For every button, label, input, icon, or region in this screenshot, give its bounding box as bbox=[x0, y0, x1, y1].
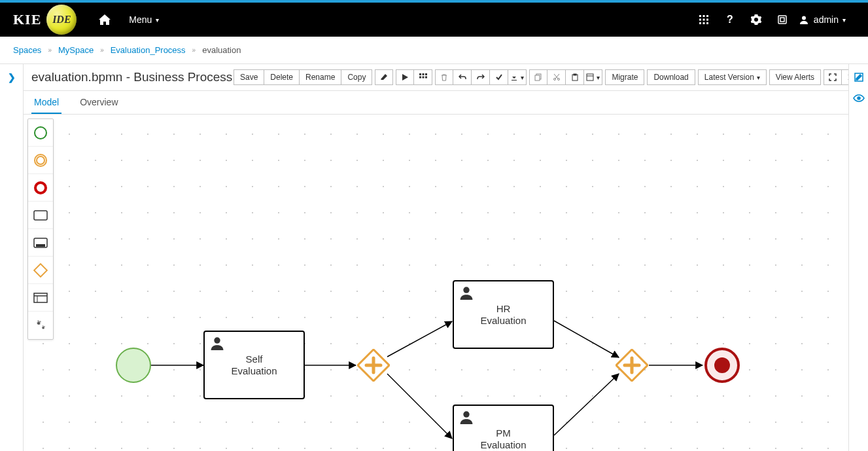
layout-button[interactable]: ▾ bbox=[584, 69, 602, 85]
parallel-gateway-join[interactable] bbox=[616, 349, 648, 382]
cut-button[interactable] bbox=[547, 69, 566, 85]
task-label: HR Evaluation bbox=[480, 303, 526, 327]
task-label: Self Evaluation bbox=[231, 353, 277, 377]
eraser-icon bbox=[380, 73, 388, 81]
svg-line-44 bbox=[554, 374, 619, 435]
start-event-node[interactable] bbox=[115, 347, 152, 384]
version-button[interactable]: Latest Version▾ bbox=[698, 69, 767, 85]
nav-menu[interactable]: Menu ▾ bbox=[120, 3, 168, 37]
gear-icon bbox=[751, 14, 761, 25]
edit-icon[interactable] bbox=[854, 72, 864, 82]
tab-model[interactable]: Model bbox=[31, 90, 61, 114]
palette-intermediate-event[interactable] bbox=[28, 147, 53, 174]
rename-button[interactable]: Rename bbox=[300, 69, 341, 85]
svg-point-11 bbox=[802, 16, 806, 20]
parallel-gateway-split[interactable] bbox=[357, 349, 390, 382]
svg-rect-3 bbox=[699, 19, 701, 21]
svg-rect-17 bbox=[425, 77, 427, 79]
palette-start-event[interactable] bbox=[28, 119, 53, 147]
project-explorer-toggle[interactable]: ❯ bbox=[0, 64, 24, 451]
svg-rect-2 bbox=[706, 15, 708, 17]
version-label: Latest Version bbox=[704, 73, 754, 82]
palette-end-event[interactable] bbox=[28, 174, 53, 202]
check-icon bbox=[495, 73, 503, 81]
validate-button[interactable] bbox=[490, 69, 508, 85]
undo-button[interactable] bbox=[453, 69, 472, 85]
svg-rect-33 bbox=[34, 264, 47, 277]
svg-rect-24 bbox=[587, 74, 593, 81]
palette-gateway[interactable] bbox=[28, 257, 53, 284]
save-button[interactable]: Save bbox=[234, 69, 264, 85]
svg-point-47 bbox=[214, 337, 220, 343]
breadcrumb-sep: » bbox=[100, 46, 104, 54]
main-area: ❯ evaluation.bpmn - Business Process Sav… bbox=[0, 64, 868, 451]
nav-servers[interactable] bbox=[769, 3, 795, 37]
chevron-down-icon: ▾ bbox=[842, 16, 846, 24]
server-icon bbox=[777, 14, 788, 25]
palette-settings[interactable] bbox=[28, 312, 53, 339]
svg-point-53 bbox=[714, 357, 730, 373]
shape-palette bbox=[27, 118, 54, 340]
svg-rect-32 bbox=[36, 244, 45, 247]
grid-snap-button[interactable] bbox=[414, 69, 432, 85]
download-button[interactable]: Download bbox=[647, 69, 695, 85]
main-navbar: KIE IDE Menu ▾ ? admin ▾ bbox=[0, 3, 868, 37]
paste-icon bbox=[571, 73, 579, 81]
editor-toolbar: Save Delete Rename Copy ▾ bbox=[234, 69, 860, 90]
copy-button[interactable]: Copy bbox=[341, 69, 372, 85]
breadcrumb-project[interactable]: Evaluation_Process bbox=[111, 45, 186, 55]
trash-button[interactable] bbox=[435, 69, 453, 85]
chevron-down-icon: ▾ bbox=[597, 74, 600, 81]
migrate-button[interactable]: Migrate bbox=[605, 69, 644, 85]
gears-icon bbox=[34, 319, 47, 332]
breadcrumb-spaces[interactable]: Spaces bbox=[13, 45, 41, 55]
breadcrumb: Spaces » MySpace » Evaluation_Process » … bbox=[0, 37, 868, 64]
delete-button[interactable]: Delete bbox=[264, 69, 300, 85]
chevron-down-icon: ▾ bbox=[757, 74, 760, 81]
tab-overview[interactable]: Overview bbox=[77, 90, 120, 114]
view-alerts-button[interactable]: View Alerts bbox=[769, 69, 821, 85]
svg-rect-5 bbox=[706, 19, 708, 21]
svg-rect-15 bbox=[419, 77, 421, 79]
user-task-icon bbox=[459, 410, 474, 424]
task-label: PM Evaluation bbox=[480, 427, 526, 451]
paste-button[interactable] bbox=[566, 69, 584, 85]
eraser-button[interactable] bbox=[375, 69, 393, 85]
palette-task[interactable] bbox=[28, 202, 53, 229]
task-self-evaluation[interactable]: Self Evaluation bbox=[203, 331, 305, 399]
layout-icon bbox=[586, 73, 594, 81]
copy-clipboard-button[interactable] bbox=[529, 69, 547, 85]
nav-apps[interactable] bbox=[691, 3, 717, 37]
eye-icon[interactable] bbox=[853, 94, 865, 102]
bpmn-canvas[interactable]: Self Evaluation HR Evaluation PM Evaluat… bbox=[24, 115, 860, 451]
nav-home[interactable] bbox=[90, 3, 120, 37]
redo-button[interactable] bbox=[472, 69, 490, 85]
chevron-down-icon: ▾ bbox=[156, 16, 159, 24]
svg-point-46 bbox=[116, 348, 150, 382]
end-event-node[interactable] bbox=[704, 347, 740, 384]
svg-point-55 bbox=[858, 97, 860, 99]
palette-subprocess[interactable] bbox=[28, 229, 53, 257]
svg-point-49 bbox=[463, 287, 469, 293]
play-icon bbox=[401, 73, 409, 81]
canvas-wrap: Self Evaluation HR Evaluation PM Evaluat… bbox=[24, 115, 868, 451]
nav-help[interactable]: ? bbox=[717, 3, 743, 37]
nav-settings[interactable] bbox=[743, 3, 769, 37]
user-icon bbox=[799, 15, 808, 24]
palette-container[interactable] bbox=[28, 284, 53, 312]
svg-rect-14 bbox=[425, 73, 427, 75]
breadcrumb-myspace[interactable]: MySpace bbox=[58, 45, 94, 55]
export-button[interactable]: ▾ bbox=[508, 69, 527, 85]
brand-ide-ball: IDE bbox=[46, 5, 77, 35]
copy-icon bbox=[534, 73, 542, 81]
fullscreen-button[interactable] bbox=[824, 69, 842, 85]
play-button[interactable] bbox=[396, 69, 414, 85]
grid-icon bbox=[419, 73, 427, 81]
breadcrumb-current: evaluation bbox=[202, 45, 241, 55]
task-pm-evaluation[interactable]: PM Evaluation bbox=[453, 405, 554, 451]
svg-rect-1 bbox=[703, 15, 704, 17]
nav-user[interactable]: admin ▾ bbox=[795, 3, 855, 37]
task-hr-evaluation[interactable]: HR Evaluation bbox=[453, 280, 554, 349]
chevron-down-icon: ▾ bbox=[521, 74, 524, 81]
user-task-icon bbox=[210, 336, 224, 350]
